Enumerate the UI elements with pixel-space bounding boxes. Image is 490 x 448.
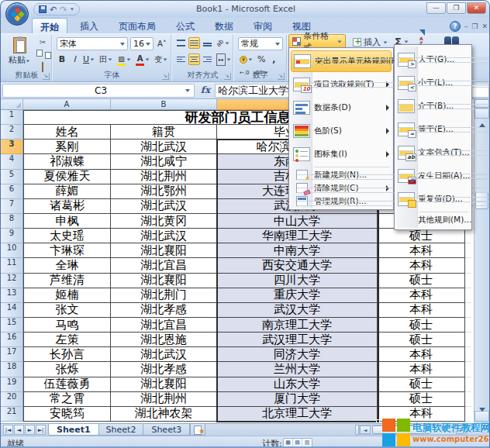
minimize-button[interactable]: — <box>426 2 446 14</box>
copy-icon[interactable] <box>36 50 49 60</box>
workbook-restore-icon[interactable]: ❐ <box>471 22 478 30</box>
font-color-button[interactable]: A <box>134 53 151 65</box>
cell-B13[interactable]: 湖北荆门 <box>111 288 217 303</box>
row-header-9[interactable]: 9 <box>1 229 23 243</box>
cell-A18[interactable]: 张烁 <box>23 362 111 377</box>
tab-ribbon-2[interactable]: 页面布局 <box>111 18 164 33</box>
borders-button[interactable]: 田 <box>98 53 114 65</box>
cell-A15[interactable]: 马鸣 <box>23 318 111 333</box>
tab-home[interactable]: 开始 <box>32 18 67 33</box>
submenu-item-5[interactable]: 发生日期(A)... <box>396 164 470 188</box>
align-top-button[interactable] <box>175 37 187 49</box>
cell-A11[interactable]: 全琳 <box>23 258 111 273</box>
sheet-tab-sheet3[interactable]: Sheet3 <box>143 424 190 436</box>
align-right-button[interactable] <box>202 53 213 65</box>
cell-B17[interactable]: 湖北武汉 <box>111 347 217 362</box>
workbook-minimize-icon[interactable]: – <box>464 22 468 30</box>
cell-A5[interactable]: 夏侯雅天 <box>23 170 111 184</box>
menu-item-2[interactable]: 数据条(D) <box>291 96 392 119</box>
cell-B5[interactable]: 湖北荆州 <box>111 170 217 184</box>
align-left-button[interactable] <box>175 53 187 65</box>
bold-button[interactable]: B <box>57 53 67 65</box>
cell-A2[interactable]: 姓名 <box>23 125 111 140</box>
align-bottom-button[interactable] <box>202 37 213 49</box>
row-header-6[interactable]: 6 <box>1 184 23 199</box>
cell-B12[interactable]: 湖北襄阳 <box>111 274 217 288</box>
cell-B2[interactable]: 籍贯 <box>111 125 217 140</box>
tab-ribbon-4[interactable]: 数据 <box>207 18 241 33</box>
normal-view-icon[interactable]: ▦ <box>284 439 293 447</box>
font-dialog-launcher[interactable]: ↘ <box>162 73 169 80</box>
cell-B3[interactable]: 湖北武汉 <box>111 140 217 154</box>
cell-B16[interactable]: 湖北恩施 <box>111 333 217 347</box>
cell-A21[interactable]: 安晓筠 <box>23 407 111 422</box>
paste-button[interactable]: 粘贴 <box>5 36 33 72</box>
row-header-21[interactable]: 21 <box>1 407 23 422</box>
menu-item-7[interactable]: 清除规则(C) <box>291 181 392 195</box>
row-header-19[interactable]: 19 <box>1 377 23 392</box>
row-header-16[interactable]: 16 <box>1 333 23 347</box>
cell-A9[interactable]: 太史瑶 <box>23 229 111 243</box>
cell-A6[interactable]: 薛媚 <box>23 184 111 199</box>
cell-A7[interactable]: 诸葛彬 <box>23 199 111 214</box>
name-box-arrow-icon[interactable] <box>185 89 190 92</box>
cell-A8[interactable]: 申枫 <box>23 214 111 229</box>
menu-item-4[interactable]: 图标集(I) <box>291 143 392 166</box>
align-middle-button[interactable] <box>188 37 200 49</box>
cell-B7[interactable]: 湖北武汉 <box>111 199 217 214</box>
row-header-4[interactable]: 4 <box>1 154 23 169</box>
row-header-20[interactable]: 20 <box>1 392 23 407</box>
orientation-button[interactable]: ab <box>215 37 231 49</box>
cell-B8[interactable]: 湖北黄冈 <box>111 214 217 229</box>
row-header-12[interactable]: 12 <box>1 274 23 288</box>
cell-B19[interactable]: 湖北襄阳 <box>111 377 217 392</box>
sheet-tab-sheet1[interactable]: Sheet1 <box>48 424 99 436</box>
cell-B15[interactable]: 湖北宜昌 <box>111 318 217 333</box>
tab-ribbon-3[interactable]: 公式 <box>168 18 202 33</box>
tab-ribbon-5[interactable]: 审阅 <box>246 18 280 33</box>
grow-font-button[interactable]: A˄ <box>156 38 168 50</box>
underline-button[interactable]: U <box>81 53 96 65</box>
cut-icon[interactable]: ✂ <box>36 37 49 47</box>
sheet-tab-sheet2[interactable]: Sheet2 <box>98 424 145 436</box>
submenu-item-3[interactable]: =等于(E)... <box>396 118 470 141</box>
column-header-B[interactable]: B <box>111 99 217 110</box>
row-header-2[interactable]: 2 <box>1 125 23 140</box>
submenu-item-1[interactable]: <小于(L)... <box>396 71 470 95</box>
italic-button[interactable]: I <box>69 53 80 65</box>
font-name-select[interactable]: 宋体 <box>57 37 128 50</box>
workbook-close-icon[interactable]: ✕ <box>481 22 488 30</box>
first-sheet-icon[interactable]: |◄ <box>3 425 13 435</box>
menu-item-8[interactable]: 管理规则(R)... <box>291 195 392 208</box>
row-header-17[interactable]: 17 <box>1 347 23 362</box>
menu-item-0[interactable]: 突出显示单元格规则(H) <box>291 50 392 72</box>
row-header-8[interactable]: 8 <box>1 214 23 229</box>
cell-B4[interactable]: 湖北咸宁 <box>111 154 217 169</box>
restore-button[interactable]: ❐ <box>447 2 466 14</box>
submenu-item-6[interactable]: 重复值(D)... <box>396 188 470 211</box>
prev-sheet-icon[interactable]: ◄ <box>14 425 24 435</box>
cell-A13[interactable]: 姬楠 <box>23 288 111 303</box>
help-icon[interactable]: ? <box>450 21 461 32</box>
clipboard-dialog-launcher[interactable]: ↘ <box>43 73 50 80</box>
cell-A14[interactable]: 张文 <box>23 303 111 318</box>
alignment-dialog-launcher[interactable]: ↘ <box>224 73 231 80</box>
column-header-A[interactable]: A <box>23 99 111 110</box>
menu-item-3[interactable]: 色阶(S) <box>291 119 392 143</box>
row-header-13[interactable]: 13 <box>1 288 23 303</box>
cell-A4[interactable]: 祁淑蝶 <box>23 154 111 169</box>
fill-color-button[interactable]: ▨ <box>116 53 133 65</box>
cell-B18[interactable]: 湖北孝感 <box>111 362 217 377</box>
cell-B14[interactable]: 湖北孝感 <box>111 303 217 318</box>
cell-A10[interactable]: 卞琳琛 <box>23 243 111 258</box>
accounting-format-button[interactable]: ¥ <box>238 53 254 65</box>
cell-A19[interactable]: 伍莲薇勇 <box>23 377 111 392</box>
row-header-14[interactable]: 14 <box>1 303 23 318</box>
cell-B11[interactable]: 湖北宜昌 <box>111 258 217 273</box>
cell-B10[interactable]: 湖北襄阳 <box>111 243 217 258</box>
cell-A17[interactable]: 长孙言 <box>23 347 111 362</box>
row-header-3[interactable]: 3 <box>1 140 23 154</box>
name-box[interactable]: C3 <box>2 84 195 98</box>
menu-item-6[interactable]: ✶新建规则(N)... <box>291 168 392 181</box>
menu-item-1[interactable]: 10项目选取规则(T) <box>291 73 392 96</box>
